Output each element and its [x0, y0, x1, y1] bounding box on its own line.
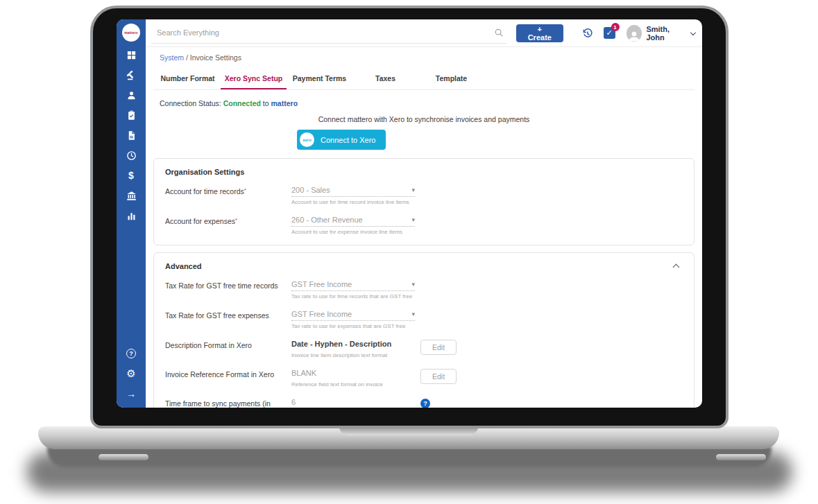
tab-bar: Number Format Xero Sync Setup Payment Te…: [153, 70, 695, 90]
tasks-clipboard-icon[interactable]: [124, 108, 138, 122]
field-value: BLANK: [291, 369, 316, 377]
laptop-base-front: [47, 446, 772, 467]
field-label: Description Format in Xero: [165, 340, 291, 349]
connection-status-connector: to: [263, 99, 269, 107]
field-label: Invoice Reference Format in Xero: [165, 369, 291, 379]
field-row-account-expenses: Account for expenses* 260 - Other Revenu…: [165, 216, 683, 236]
main-area: + Create ✓ 1 Smith, John System / Invoic…: [146, 19, 702, 408]
tab-number-format[interactable]: Number Format: [155, 70, 221, 89]
reports-chart-icon[interactable]: [124, 209, 138, 223]
required-asterisk: *: [244, 187, 246, 193]
collapse-arrow-icon[interactable]: →: [124, 387, 138, 401]
search-field[interactable]: [151, 23, 506, 44]
account-expenses-select[interactable]: 260 - Other Revenue ▾: [291, 216, 415, 227]
description-format-value: Date - Hyphen - Description: [291, 340, 415, 350]
tab-template[interactable]: Template: [418, 70, 484, 89]
edit-description-format-button[interactable]: Edit: [420, 340, 457, 355]
dropdown-arrow-icon: ▾: [411, 281, 415, 288]
field-helper: Tax rate to use for time records that ar…: [291, 293, 415, 300]
field-helper: Account to use for expense invoice line …: [291, 229, 415, 236]
time-clock-icon[interactable]: [124, 148, 138, 162]
dropdown-arrow-icon: ▾: [411, 216, 415, 223]
history-icon[interactable]: [581, 27, 594, 40]
matters-gavel-icon[interactable]: [124, 68, 138, 82]
user-menu[interactable]: Smith, John: [646, 25, 688, 42]
notification-badge: 1: [611, 23, 620, 31]
documents-file-icon[interactable]: [124, 128, 138, 142]
field-label: Time frame to sync payments (in months): [165, 398, 291, 408]
collapse-section-chevron-icon[interactable]: [673, 264, 680, 271]
field-row-description-format: Description Format in Xero Date - Hyphen…: [165, 340, 683, 359]
notifications-task-icon[interactable]: ✓ 1: [604, 27, 615, 39]
settings-gear-icon[interactable]: ⚙: [124, 367, 138, 381]
field-label: Account for time records: [165, 187, 244, 195]
organisation-settings-title: Organisation Settings: [165, 168, 683, 176]
gst-expenses-select[interactable]: GST Free Income ▾: [291, 310, 415, 321]
search-input[interactable]: [157, 28, 494, 37]
edit-invoice-reference-button[interactable]: Edit: [420, 369, 457, 384]
breadcrumb-current: Invoice Settings: [190, 53, 241, 62]
field-helper: Tax rate to use for expenses that are GS…: [291, 323, 415, 330]
field-value: 6: [291, 398, 296, 406]
select-value: 260 - Other Revenue: [291, 216, 363, 224]
field-value: Date - Hyphen - Description: [291, 340, 391, 348]
trust-bank-icon[interactable]: [124, 189, 138, 202]
topbar: + Create ✓ 1 Smith, John: [146, 19, 702, 47]
field-helper: Account to use for time record invoice l…: [291, 199, 415, 206]
avatar[interactable]: [627, 25, 642, 42]
select-value: GST Free Income: [291, 280, 352, 288]
help-glyph: ?: [126, 349, 136, 358]
advanced-header: Advanced: [165, 262, 683, 270]
connection-status-label: Connection Status:: [160, 99, 221, 107]
contacts-person-icon[interactable]: [124, 88, 138, 102]
breadcrumb-system-link[interactable]: System: [160, 53, 184, 62]
mattero-logo[interactable]: mattero: [122, 24, 140, 42]
page-content: System / Invoice Settings Number Format …: [146, 47, 702, 408]
required-asterisk: *: [235, 217, 237, 223]
field-row-sync-timeframe: Time frame to sync payments (in months) …: [165, 398, 683, 408]
xero-connect-subtitle: Connect mattero with Xero to synchronise…: [153, 115, 695, 123]
invoice-reference-value: BLANK: [291, 369, 415, 379]
help-icon[interactable]: ?: [420, 399, 430, 408]
field-row-invoice-reference: Invoice Reference Format in Xero BLANK R…: [165, 369, 683, 388]
field-helper: Invoice line item description text forma…: [291, 352, 415, 359]
select-value: GST Free Income: [291, 310, 352, 318]
sidebar: mattero $: [117, 19, 146, 408]
breadcrumb-separator: /: [186, 53, 188, 62]
xero-logo-icon: xero: [300, 132, 314, 147]
dropdown-arrow-icon: ▾: [411, 186, 415, 193]
tab-taxes[interactable]: Taxes: [352, 70, 418, 89]
connect-to-xero-button[interactable]: xero Connect to Xero: [297, 130, 386, 150]
advanced-title: Advanced: [165, 262, 202, 270]
field-helper: Reference field text format on invoice: [291, 381, 415, 388]
connection-target-link[interactable]: mattero: [271, 99, 298, 107]
connection-status-row: Connection Status: Connected to mattero: [160, 99, 695, 107]
tab-payment-terms[interactable]: Payment Terms: [287, 70, 352, 89]
sync-timeframe-input[interactable]: 6: [291, 398, 415, 408]
field-label: Account for expenses: [165, 217, 235, 225]
organisation-settings-card: Organisation Settings Account for time r…: [153, 158, 695, 245]
breadcrumb: System / Invoice Settings: [160, 53, 695, 62]
advanced-card: Advanced Tax Rate for GST free time reco…: [153, 252, 695, 408]
create-button[interactable]: + Create: [516, 24, 563, 42]
search-icon: [494, 28, 504, 37]
field-row-gst-expenses: Tax Rate for GST free expenses GST Free …: [165, 310, 683, 330]
laptop-foot-right: [716, 454, 766, 460]
tab-xero-sync-setup[interactable]: Xero Sync Setup: [221, 70, 287, 89]
laptop-foot-left: [99, 454, 148, 460]
field-row-account-time-records: Account for time records* 200 - Sales ▾ …: [165, 186, 683, 206]
select-value: 200 - Sales: [291, 186, 330, 194]
account-time-records-select[interactable]: 200 - Sales ▾: [291, 186, 415, 197]
chevron-down-icon[interactable]: [690, 29, 696, 35]
help-icon[interactable]: ?: [124, 347, 138, 360]
field-label: Tax Rate for GST free time records: [165, 280, 291, 290]
laptop-base: [38, 426, 779, 449]
connection-status-value: Connected: [223, 99, 261, 107]
dashboard-icon[interactable]: [124, 48, 138, 62]
app-screen: mattero $: [117, 19, 702, 408]
field-row-gst-time-records: Tax Rate for GST free time records GST F…: [165, 280, 683, 300]
field-label: Tax Rate for GST free expenses: [165, 310, 291, 320]
connect-to-xero-label: Connect to Xero: [321, 136, 376, 144]
billing-dollar-icon[interactable]: $: [124, 168, 138, 182]
gst-time-records-select[interactable]: GST Free Income ▾: [291, 280, 415, 291]
